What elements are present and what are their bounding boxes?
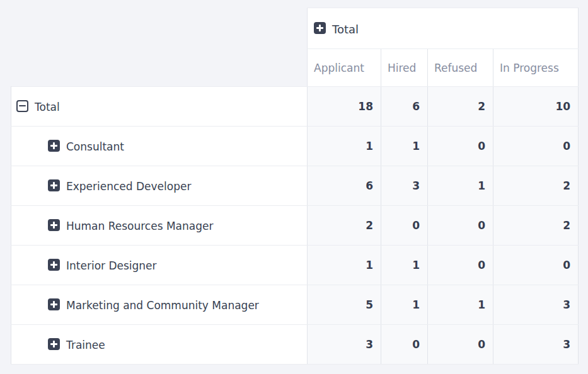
pivot-value-cell: 0 — [428, 127, 493, 166]
pivot-value-cell: 1 — [308, 127, 381, 166]
pivot-value-cell: 3 — [308, 325, 381, 365]
pivot-value-cell: 5 — [308, 285, 381, 325]
pivot-value-cell: 1 — [381, 127, 428, 166]
pivot-row-human-resources-manager: Human Resources Manager 2 0 0 2 — [11, 206, 579, 246]
pivot-value-cell: 0 — [493, 127, 579, 166]
pivot-value-cell: 10 — [493, 87, 579, 127]
row-header-consultant[interactable]: Consultant — [11, 127, 308, 166]
row-label: Experienced Developer — [66, 180, 191, 193]
row-label: Marketing and Community Manager — [66, 299, 259, 312]
row-header-experienced-developer[interactable]: Experienced Developer — [11, 166, 308, 206]
pivot-row-total: Total 18 6 2 10 — [11, 87, 579, 127]
pivot-value-cell: 1 — [428, 285, 493, 325]
pivot-view: Total Applicant Hired Refused In Progres… — [11, 8, 579, 365]
pivot-value-cell: 1 — [381, 285, 428, 325]
pivot-value-cell: 6 — [308, 166, 381, 206]
column-group-label: Total — [332, 22, 359, 35]
row-header-trainee[interactable]: Trainee — [11, 325, 308, 365]
plus-square-icon[interactable] — [48, 259, 60, 271]
pivot-value-cell: 2 — [493, 166, 579, 206]
row-header-total[interactable]: Total — [11, 87, 308, 127]
pivot-value-cell: 0 — [381, 206, 428, 246]
plus-square-icon[interactable] — [48, 338, 60, 350]
row-label: Total — [35, 101, 60, 113]
measure-header-in-progress[interactable]: In Progress — [493, 49, 579, 87]
pivot-value-cell: 0 — [428, 325, 493, 365]
corner-cell — [11, 8, 308, 87]
row-header-marketing-and-community-manager[interactable]: Marketing and Community Manager — [11, 285, 308, 325]
pivot-value-cell: 3 — [493, 285, 579, 325]
plus-square-icon[interactable] — [48, 140, 60, 152]
pivot-value-cell: 2 — [493, 206, 579, 246]
column-group-header-total[interactable]: Total — [308, 8, 579, 49]
row-label: Interior Designer — [66, 259, 157, 272]
pivot-value-cell: 6 — [381, 87, 428, 127]
plus-square-icon[interactable] — [48, 219, 60, 231]
row-label: Human Resources Manager — [66, 220, 213, 232]
pivot-value-cell: 1 — [428, 166, 493, 206]
pivot-row-consultant: Consultant 1 1 0 0 — [11, 127, 579, 166]
pivot-value-cell: 2 — [308, 206, 381, 246]
pivot-value-cell: 2 — [428, 87, 493, 127]
plus-square-icon[interactable] — [314, 22, 326, 34]
row-label: Trainee — [66, 339, 105, 351]
measure-header-hired[interactable]: Hired — [381, 49, 428, 87]
pivot-table: Total Applicant Hired Refused In Progres… — [11, 8, 579, 365]
row-header-human-resources-manager[interactable]: Human Resources Manager — [11, 206, 308, 246]
pivot-row-experienced-developer: Experienced Developer 6 3 1 2 — [11, 166, 579, 206]
measure-header-applicant[interactable]: Applicant — [308, 49, 381, 87]
pivot-value-cell: 0 — [493, 246, 579, 285]
pivot-value-cell: 0 — [428, 246, 493, 285]
measure-header-refused[interactable]: Refused — [428, 49, 493, 87]
pivot-value-cell: 1 — [381, 246, 428, 285]
row-header-interior-designer[interactable]: Interior Designer — [11, 246, 308, 285]
pivot-value-cell: 0 — [381, 325, 428, 365]
plus-square-icon[interactable] — [48, 179, 60, 191]
plus-square-icon[interactable] — [48, 298, 60, 310]
row-label: Consultant — [66, 140, 124, 153]
pivot-row-marketing-and-community-manager: Marketing and Community Manager 5 1 1 3 — [11, 285, 579, 325]
pivot-value-cell: 3 — [381, 166, 428, 206]
pivot-value-cell: 1 — [308, 246, 381, 285]
pivot-value-cell: 0 — [428, 206, 493, 246]
pivot-value-cell: 3 — [493, 325, 579, 365]
pivot-row-interior-designer: Interior Designer 1 1 0 0 — [11, 246, 579, 285]
pivot-value-cell: 18 — [308, 87, 381, 127]
minus-square-icon[interactable] — [16, 100, 28, 112]
pivot-row-trainee: Trainee 3 0 0 3 — [11, 325, 579, 365]
